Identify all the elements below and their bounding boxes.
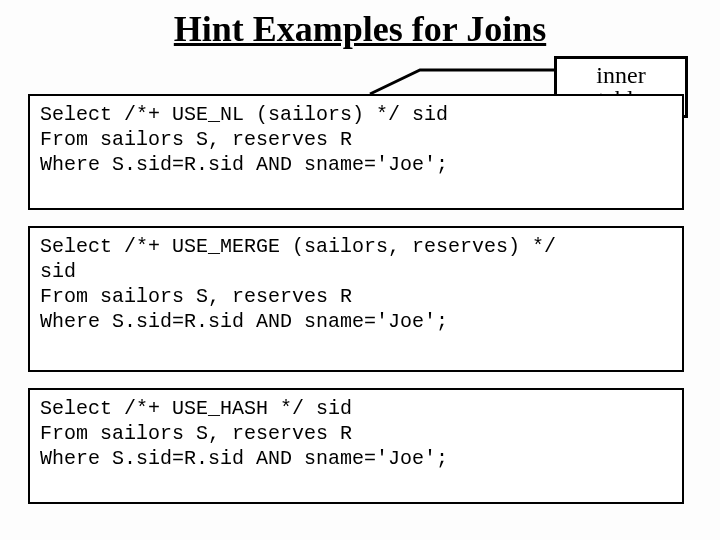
code-line: Where S.sid=R.sid AND sname='Joe';	[40, 310, 448, 333]
callout-line1: inner	[596, 62, 645, 88]
code-box-use-hash: Select /*+ USE_HASH */ sid From sailors …	[28, 388, 684, 504]
code-line: From sailors S, reserves R	[40, 422, 352, 445]
code-line: Where S.sid=R.sid AND sname='Joe';	[40, 153, 448, 176]
code-line: Select /*+ USE_MERGE (sailors, reserves)…	[40, 235, 556, 258]
code-line: From sailors S, reserves R	[40, 128, 352, 151]
code-line: sid	[40, 260, 76, 283]
code-box-use-nl: Select /*+ USE_NL (sailors) */ sid From …	[28, 94, 684, 210]
code-line: Select /*+ USE_HASH */ sid	[40, 397, 352, 420]
code-line: From sailors S, reserves R	[40, 285, 352, 308]
slide-title: Hint Examples for Joins	[0, 8, 720, 50]
code-line: Where S.sid=R.sid AND sname='Joe';	[40, 447, 448, 470]
code-box-use-merge: Select /*+ USE_MERGE (sailors, reserves)…	[28, 226, 684, 372]
code-line: Select /*+ USE_NL (sailors) */ sid	[40, 103, 448, 126]
